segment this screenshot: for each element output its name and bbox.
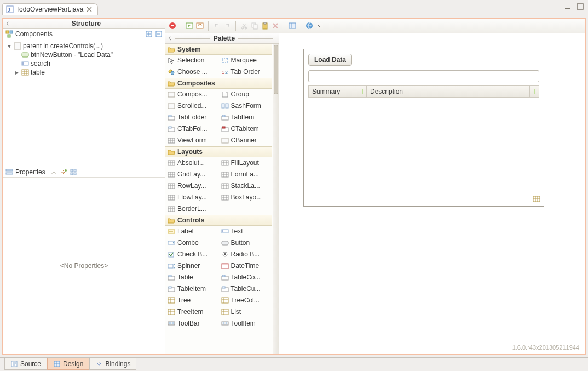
svg-rect-117 <box>222 287 225 288</box>
refresh-icon[interactable] <box>196 22 204 30</box>
folder-open-icon <box>168 148 175 156</box>
palette-item[interactable]: TabFolder <box>165 112 219 123</box>
close-icon[interactable] <box>85 5 93 13</box>
palette-item[interactable]: Radio B... <box>219 249 273 260</box>
editor-tab[interactable]: J TodoOverviewPart.java <box>2 3 98 15</box>
externalize-icon[interactable] <box>305 22 313 30</box>
tree-row-search[interactable]: search <box>4 59 164 68</box>
palette-item[interactable]: ToolItem <box>219 318 273 329</box>
maximize-icon[interactable] <box>576 2 585 11</box>
palette-item[interactable]: Group <box>219 89 273 100</box>
twisty-closed-icon[interactable]: ▸ <box>14 69 20 76</box>
palette-item[interactable]: Tree <box>165 295 219 306</box>
palette-item[interactable]: FillLayout <box>219 157 273 169</box>
collapse-left-icon[interactable] <box>5 21 10 26</box>
tree-row-table[interactable]: ▸ table <box>4 68 164 77</box>
collapse-all-icon[interactable] <box>155 30 163 38</box>
component-tree[interactable]: ▾ parent in createControls(...) btnNewBu… <box>3 39 165 167</box>
cut-icon[interactable] <box>240 22 248 30</box>
palette-item[interactable]: FormLa... <box>219 169 273 180</box>
palette-item[interactable]: Absolut... <box>165 157 219 169</box>
tab-design[interactable]: Design <box>47 358 89 370</box>
copy-icon[interactable] <box>251 22 258 30</box>
palette-item[interactable]: Scrolled... <box>165 100 219 112</box>
palette-item[interactable]: List <box>219 306 273 318</box>
col-description[interactable]: Description <box>367 86 530 97</box>
palette-category[interactable]: Layouts <box>165 146 272 157</box>
props-action2-icon[interactable] <box>60 168 67 176</box>
twisty-open-icon[interactable]: ▾ <box>7 42 12 50</box>
test-preview-icon[interactable] <box>186 22 193 30</box>
palette-item-icon <box>168 113 175 121</box>
palette-category[interactable]: Controls <box>165 215 272 226</box>
palette-item[interactable]: GridLay... <box>165 169 219 180</box>
layout-assist-icon[interactable] <box>289 22 296 30</box>
palette-item[interactable]: Label <box>165 226 219 237</box>
palette-item[interactable]: Button <box>219 237 273 249</box>
undo-icon[interactable] <box>213 22 221 30</box>
palette-item[interactable]: BorderL... <box>165 203 272 215</box>
col-grip-icon[interactable] <box>530 86 539 97</box>
svg-text:2: 2 <box>225 70 228 75</box>
palette-item[interactable]: Spinner <box>165 260 219 272</box>
palette-item[interactable]: ViewForm <box>165 135 219 146</box>
collapse-left-icon[interactable] <box>168 36 172 41</box>
palette-item[interactable]: TreeCol... <box>219 295 273 306</box>
palette-item-icon <box>221 239 229 247</box>
palette-item[interactable]: 12Tab Order <box>219 66 273 78</box>
scrollbar-thumb[interactable] <box>274 45 278 94</box>
form-preview[interactable]: Load Data Summary Description <box>303 49 544 207</box>
palette-list[interactable]: SystemSelectionMarqueeChoose ...12Tab Or… <box>165 44 272 354</box>
palette-item[interactable]: Choose ... <box>165 66 219 78</box>
props-action1-icon[interactable] <box>50 168 57 176</box>
redo-icon[interactable] <box>223 22 231 30</box>
col-summary[interactable]: Summary <box>309 86 358 97</box>
palette-scrollbar[interactable] <box>273 44 279 354</box>
palette-item[interactable]: DateTime <box>219 260 273 272</box>
palette-item[interactable]: Table <box>165 272 219 283</box>
palette-item-icon <box>168 308 175 316</box>
palette-item[interactable]: Combo <box>165 237 219 249</box>
palette-header: Palette <box>165 33 279 44</box>
palette-item[interactable]: CTabItem <box>219 123 273 135</box>
palette-item[interactable]: SashForm <box>219 100 273 112</box>
search-input[interactable] <box>308 70 539 82</box>
palette-item[interactable]: CBanner <box>219 135 273 146</box>
svg-rect-52 <box>222 115 225 117</box>
palette-item[interactable]: StackLa... <box>219 180 273 192</box>
palette-item[interactable]: Compos... <box>165 89 219 100</box>
palette-item[interactable]: RowLay... <box>165 180 219 192</box>
palette-item[interactable]: CTabFol... <box>165 123 219 135</box>
palette-category[interactable]: System <box>165 44 272 55</box>
palette-category[interactable]: Composites <box>165 78 272 89</box>
palette-item[interactable]: Text <box>219 226 273 237</box>
design-canvas[interactable]: Load Data Summary Description 1.6.0.r43x… <box>279 33 585 354</box>
palette-item[interactable]: ToolBar <box>165 318 219 329</box>
tree-row-button[interactable]: btnNewButton - "Load Data" <box>4 50 164 59</box>
error-icon[interactable] <box>169 22 176 30</box>
expand-all-icon[interactable] <box>145 30 153 38</box>
minimize-icon[interactable] <box>564 2 573 11</box>
palette-item[interactable]: Check B... <box>165 249 219 260</box>
palette-item[interactable]: TabItem <box>219 112 273 123</box>
load-data-button[interactable]: Load Data <box>308 54 352 66</box>
tree-row-root[interactable]: ▾ parent in createControls(...) <box>4 42 164 50</box>
tab-source[interactable]: Source <box>4 358 47 370</box>
tab-bindings[interactable]: Bindings <box>89 358 136 370</box>
palette-item[interactable]: Marquee <box>219 55 273 66</box>
palette-item[interactable]: Selection <box>165 55 219 66</box>
palette-item[interactable]: TableCu... <box>219 283 273 295</box>
palette-item[interactable]: TableItem <box>165 283 219 295</box>
palette-item-icon <box>168 296 175 304</box>
svg-text:1: 1 <box>222 70 224 75</box>
dropdown-arrow-icon[interactable] <box>316 22 324 30</box>
palette-item[interactable]: TreeItem <box>165 306 219 318</box>
palette-item[interactable]: TableCo... <box>219 272 273 283</box>
delete-icon[interactable] <box>272 22 279 30</box>
palette-item[interactable]: BoxLayo... <box>219 192 273 203</box>
properties-toolbar: Properties <box>3 167 165 178</box>
col-grip-icon[interactable] <box>358 86 367 97</box>
palette-item[interactable]: FlowLay... <box>165 192 219 203</box>
props-action3-icon[interactable] <box>70 168 77 176</box>
paste-icon[interactable] <box>261 22 269 30</box>
